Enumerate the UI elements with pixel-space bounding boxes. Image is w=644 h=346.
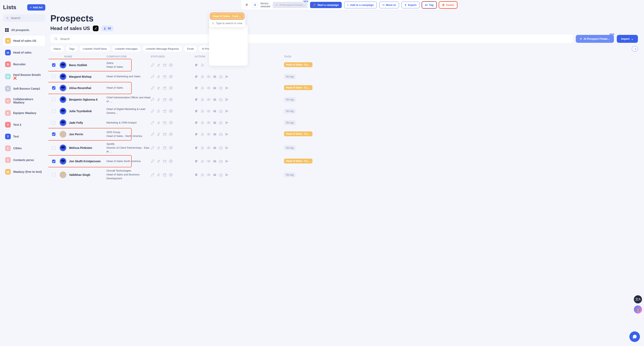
filter-chip-2[interactable]: LinkedIn Visit/Follow: [80, 46, 110, 52]
ai-prospect-finder-button[interactable]: ✦ AI Prospect Finder...: [273, 2, 308, 8]
sidebar-item-4[interactable]: SSoft Bounce Camp1: [3, 83, 45, 94]
row-checkbox[interactable]: [52, 75, 56, 78]
send-icon[interactable]: [225, 75, 229, 78]
row-checkbox[interactable]: [52, 98, 56, 101]
people-icon[interactable]: [157, 86, 160, 90]
eye-icon[interactable]: [207, 75, 210, 78]
rss-icon[interactable]: [201, 173, 204, 177]
send-icon[interactable]: [225, 98, 229, 101]
row-checkbox[interactable]: [52, 160, 56, 163]
send-icon[interactable]: [225, 109, 229, 113]
mail-icon[interactable]: [213, 160, 216, 163]
send-icon[interactable]: [225, 160, 229, 163]
at-icon[interactable]: [169, 86, 173, 90]
assistant-button[interactable]: 🤖: [634, 306, 642, 314]
sidebar-item-5[interactable]: CCollaborateurs Waalaxy: [3, 95, 45, 107]
tag-search-input[interactable]: [216, 22, 242, 25]
rss-icon[interactable]: [201, 109, 204, 113]
table-row[interactable]: Margaret Bishop Head of Marketing and Sa…: [50, 71, 638, 82]
note-icon[interactable]: [194, 121, 198, 125]
sidebar-item-2[interactable]: RRecruiter: [3, 59, 45, 70]
chat-bubble[interactable]: [629, 332, 640, 342]
filter-chip-0[interactable]: Status: [50, 46, 64, 52]
mail-icon[interactable]: [213, 109, 216, 113]
rss-icon[interactable]: [201, 86, 204, 90]
add-list-button[interactable]: + Add list: [27, 4, 45, 10]
sidebar-search[interactable]: [3, 14, 45, 22]
import-button[interactable]: Import ⌄: [617, 35, 638, 43]
rss-icon[interactable]: [201, 133, 204, 136]
at-icon[interactable]: [169, 173, 173, 177]
link-icon[interactable]: [151, 146, 154, 150]
envelope-open-icon[interactable]: [219, 75, 223, 78]
at-icon[interactable]: [169, 98, 173, 101]
no-tag-chip[interactable]: No tag: [284, 146, 296, 150]
mail-icon[interactable]: [213, 75, 216, 78]
note-icon[interactable]: [194, 63, 198, 67]
calendar-icon[interactable]: [163, 75, 166, 78]
rss-icon[interactable]: [201, 98, 204, 101]
at-icon[interactable]: [169, 75, 173, 78]
people-icon[interactable]: [157, 98, 160, 101]
eye-icon[interactable]: [207, 98, 210, 101]
people-icon[interactable]: [157, 133, 160, 136]
row-checkbox[interactable]: [52, 121, 56, 125]
filter-chip-1[interactable]: Tags: [66, 46, 78, 52]
rss-icon[interactable]: [201, 160, 204, 163]
at-icon[interactable]: [169, 146, 173, 150]
at-icon[interactable]: [169, 133, 173, 136]
mail-icon[interactable]: [213, 121, 216, 125]
sidebar-item-0[interactable]: HHead of sales US: [3, 35, 45, 46]
main-search[interactable]: [50, 34, 573, 43]
people-icon[interactable]: [157, 109, 160, 113]
note-icon[interactable]: [194, 160, 198, 163]
send-icon[interactable]: [225, 133, 229, 136]
people-icon[interactable]: [157, 121, 160, 125]
table-row[interactable]: Melissa Pinkston SpotifyDirector of Clie…: [50, 140, 638, 156]
note-icon[interactable]: [194, 86, 198, 90]
envelope-open-icon[interactable]: [219, 133, 223, 136]
people-icon[interactable]: [157, 173, 160, 177]
link-icon[interactable]: [151, 63, 154, 67]
link-icon[interactable]: [151, 75, 154, 78]
eye-icon[interactable]: [207, 173, 210, 177]
sidebar-item-6[interactable]: EEquipes Waalaxy: [3, 108, 45, 118]
row-checkbox[interactable]: [52, 133, 56, 136]
table-row[interactable]: Julia Tsymbaliuk Head of Digital Marketi…: [50, 105, 638, 117]
sidebar-item-10[interactable]: CContacts perso: [3, 155, 45, 165]
close-icon[interactable]: ✕: [244, 3, 250, 7]
tag-button[interactable]: 🏷 Tag: [422, 1, 436, 8]
tag-chip[interactable]: Head of Sales - Cust…: [284, 131, 312, 136]
filter-chip-3[interactable]: LinkedIn messages: [112, 46, 141, 52]
envelope-open-icon[interactable]: [219, 98, 223, 101]
selected-tag-chip[interactable]: Head of Sales - Cust…: [211, 13, 244, 19]
eye-icon[interactable]: [207, 121, 210, 125]
envelope-open-icon[interactable]: [219, 109, 223, 113]
tag-chip[interactable]: Head of Sales - Cust…: [284, 159, 312, 164]
calendar-icon[interactable]: [163, 121, 166, 125]
tag-chip[interactable]: Head of Sales - Cust…: [284, 85, 312, 90]
sidebar-item-1[interactable]: HHead of sales: [3, 47, 45, 58]
sidebar-all-prospects[interactable]: All prospects: [3, 26, 45, 34]
filter-chip-4[interactable]: Linkedin Message Requests: [143, 46, 182, 52]
link-icon[interactable]: [151, 109, 154, 113]
mail-icon[interactable]: [213, 146, 216, 150]
link-icon[interactable]: [151, 173, 154, 177]
main-search-input[interactable]: [60, 37, 569, 40]
note-icon[interactable]: [194, 146, 198, 150]
tag-chip[interactable]: Head of Sales - Cust…: [284, 62, 312, 67]
eye-icon[interactable]: [207, 109, 210, 113]
link-icon[interactable]: [151, 121, 154, 125]
row-checkbox[interactable]: [52, 173, 56, 176]
at-icon[interactable]: [169, 63, 173, 67]
note-icon[interactable]: [194, 75, 198, 78]
table-row[interactable]: Jade Folly Marketing & CRM Analyst No ta…: [50, 117, 638, 128]
rss-icon[interactable]: [201, 121, 204, 125]
mail-icon[interactable]: [213, 86, 216, 90]
table-row[interactable]: Aliisa Rosenthal Head of Sales Head of S…: [50, 82, 638, 94]
no-tag-chip[interactable]: No tag: [284, 120, 296, 125]
eye-icon[interactable]: [207, 160, 210, 163]
send-icon[interactable]: [225, 173, 229, 177]
table-row[interactable]: Jon Skafti Kristjansson Head of Sales No…: [50, 156, 638, 167]
at-icon[interactable]: [169, 109, 173, 113]
